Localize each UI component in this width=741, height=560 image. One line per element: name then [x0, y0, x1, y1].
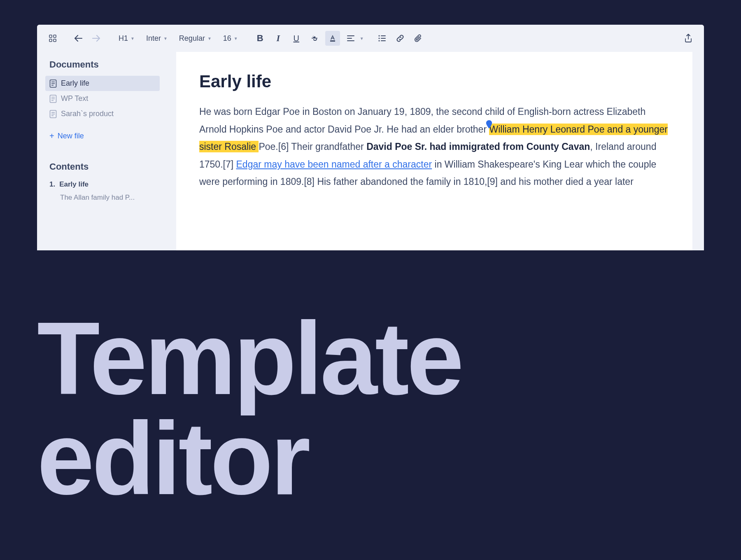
- editor-body: Documents Early life WP Text Sarah`s pro…: [37, 52, 704, 250]
- contents-heading: Contents: [45, 161, 160, 172]
- svg-rect-12: [381, 38, 386, 39]
- text-color-button[interactable]: [325, 31, 340, 46]
- contents-item[interactable]: 1. Early life: [45, 178, 160, 191]
- svg-rect-3: [54, 39, 56, 42]
- hero-title: Template editor: [37, 309, 461, 509]
- document-title: Early life: [199, 72, 669, 91]
- contents-item-number: 1.: [49, 180, 55, 189]
- document-item-label: Early life: [61, 79, 89, 88]
- font-family-value: Inter: [146, 34, 161, 43]
- toolbar: H1 ▼ Inter ▼ Regular ▼ 16 ▼ B I U ▼: [37, 25, 704, 52]
- bold-button[interactable]: B: [253, 31, 268, 46]
- contents-sub-item[interactable]: The Allan family had P...: [45, 191, 160, 204]
- attachment-button[interactable]: [411, 31, 426, 46]
- document-icon: [49, 110, 57, 118]
- font-weight-value: Regular: [179, 34, 205, 43]
- selection-handle-end-icon[interactable]: [486, 120, 492, 129]
- bold-text: David Poe Sr. had immigrated from County…: [366, 141, 590, 152]
- svg-point-10: [378, 40, 380, 41]
- share-button[interactable]: [681, 31, 696, 46]
- font-size-value: 16: [223, 34, 231, 43]
- italic-button[interactable]: I: [271, 31, 286, 46]
- sidebar: Documents Early life WP Text Sarah`s pro…: [37, 52, 165, 250]
- documents-heading: Documents: [45, 59, 160, 70]
- body-link[interactable]: Edgar may have been named after a charac…: [236, 159, 432, 170]
- svg-rect-2: [49, 39, 52, 42]
- chevron-down-icon: ▼: [360, 36, 364, 41]
- contents-item-label: Early life: [59, 180, 89, 189]
- font-family-dropdown[interactable]: Inter ▼: [142, 31, 172, 46]
- svg-rect-1: [54, 35, 56, 37]
- link-button[interactable]: [393, 31, 408, 46]
- hero-line-2: editor: [37, 409, 461, 509]
- chevron-down-icon: ▼: [163, 36, 168, 41]
- plus-icon: +: [49, 131, 54, 141]
- font-weight-dropdown[interactable]: Regular ▼: [175, 31, 216, 46]
- svg-rect-4: [330, 40, 335, 42]
- chevron-down-icon: ▼: [234, 36, 238, 41]
- body-text: Poe.[6] Their grandfather: [259, 141, 366, 152]
- strikethrough-button[interactable]: [307, 31, 322, 46]
- heading-style-dropdown[interactable]: H1 ▼: [114, 31, 139, 46]
- document-icon: [49, 79, 57, 88]
- list-button[interactable]: [375, 31, 389, 46]
- apps-icon[interactable]: [45, 31, 60, 46]
- svg-rect-11: [381, 35, 386, 36]
- heading-style-value: H1: [119, 34, 128, 43]
- document-canvas[interactable]: Early life He was born Edgar Poe in Bost…: [176, 52, 692, 250]
- document-item-wp-text[interactable]: WP Text: [45, 91, 160, 106]
- svg-point-8: [378, 35, 380, 36]
- forward-button[interactable]: [89, 31, 104, 46]
- svg-rect-13: [381, 40, 386, 41]
- hero-line-1: Template: [37, 309, 461, 409]
- document-body: He was born Edgar Poe in Boston on Janua…: [199, 103, 669, 191]
- svg-rect-0: [49, 35, 52, 37]
- document-item-label: WP Text: [61, 94, 88, 103]
- underline-button[interactable]: U: [289, 31, 304, 46]
- document-icon: [49, 95, 57, 103]
- align-button[interactable]: [343, 31, 358, 46]
- chevron-down-icon: ▼: [130, 36, 135, 41]
- chevron-down-icon: ▼: [207, 36, 212, 41]
- back-button[interactable]: [71, 31, 86, 46]
- font-size-dropdown[interactable]: 16 ▼: [219, 31, 242, 46]
- new-file-label: New file: [58, 132, 84, 140]
- document-item-sarahs-product[interactable]: Sarah`s product: [45, 106, 160, 121]
- editor-window: H1 ▼ Inter ▼ Regular ▼ 16 ▼ B I U ▼: [37, 25, 704, 250]
- new-file-button[interactable]: + New file: [45, 128, 160, 144]
- svg-point-9: [378, 37, 380, 39]
- document-item-label: Sarah`s product: [61, 110, 114, 118]
- document-item-early-life[interactable]: Early life: [45, 76, 160, 91]
